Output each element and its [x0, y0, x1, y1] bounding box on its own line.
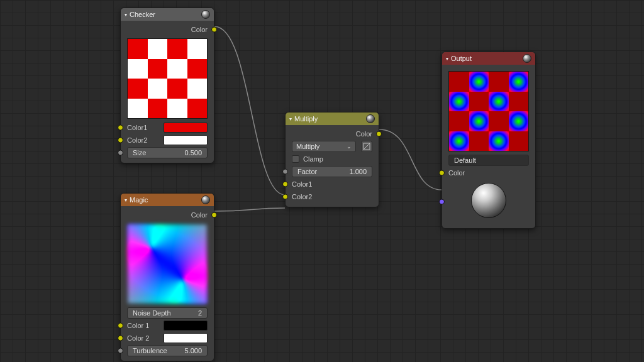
- socket-color-output[interactable]: [211, 27, 217, 33]
- color1-label: Color1: [292, 180, 312, 188]
- node-magic[interactable]: ▾ Magic Color Noise Depth 2 Color 1 Colo…: [120, 193, 214, 361]
- socket-color2-input[interactable]: [118, 138, 123, 143]
- node-header[interactable]: ▾ Magic: [121, 194, 214, 206]
- mode-label: Default: [454, 156, 476, 164]
- blend-mode-row: Multiply ⌄: [286, 140, 379, 153]
- color1-swatch[interactable]: [164, 123, 208, 133]
- material-sphere-preview: [471, 183, 506, 218]
- color-label: Color: [448, 169, 465, 177]
- output-socket-row: Color: [286, 128, 379, 140]
- size-label: Size: [133, 149, 146, 156]
- blend-mode-value: Multiply: [296, 143, 319, 150]
- node-preview: [121, 36, 214, 121]
- socket-color-output[interactable]: [211, 212, 217, 218]
- turbulence-field[interactable]: Turbulence 5.000: [127, 345, 208, 356]
- preview-toggle-icon[interactable]: [366, 114, 375, 123]
- color-input-row: Color: [442, 167, 535, 179]
- factor-row: Factor 1.000: [286, 165, 379, 178]
- output-label: Color: [191, 26, 208, 33]
- color1-label: Color1: [127, 124, 147, 131]
- color1-label: Color 1: [127, 322, 149, 329]
- color2-swatch[interactable]: [164, 135, 208, 145]
- output-preview: [448, 71, 529, 151]
- socket-color2-input[interactable]: [282, 194, 288, 200]
- output-label: Color: [356, 130, 372, 138]
- node-output[interactable]: ▾ Output Default Color: [441, 52, 536, 229]
- node-title: Checker: [130, 11, 155, 18]
- socket-color-output[interactable]: [376, 131, 382, 137]
- collapse-icon[interactable]: ▾: [125, 12, 127, 18]
- output-mode-field[interactable]: Default: [448, 155, 529, 166]
- socket-factor-input[interactable]: [282, 169, 288, 175]
- noise-depth-value: 2: [198, 309, 202, 317]
- factor-field[interactable]: Factor 1.000: [292, 166, 372, 177]
- node-multiply[interactable]: ▾ Multiply Color Multiply ⌄ Clamp Factor: [285, 112, 379, 207]
- node-header[interactable]: ▾ Output: [442, 52, 535, 65]
- noise-depth-field[interactable]: Noise Depth 2: [127, 307, 208, 319]
- size-row: Size 0.500: [121, 146, 214, 159]
- clamp-checkbox[interactable]: [292, 155, 299, 163]
- size-field[interactable]: Size 0.500: [127, 147, 208, 158]
- collapse-icon[interactable]: ▾: [446, 56, 448, 62]
- sphere-preview-row: [442, 179, 535, 224]
- color1-swatch[interactable]: [164, 321, 208, 331]
- color1-row: Color 1: [121, 319, 214, 332]
- socket-turbulence-input[interactable]: [118, 348, 123, 354]
- turbulence-row: Turbulence 5.000: [121, 344, 214, 357]
- clamp-row: Clamp: [286, 153, 379, 165]
- node-title: Magic: [130, 196, 148, 204]
- size-value: 0.500: [184, 149, 202, 156]
- turbulence-label: Turbulence: [133, 347, 167, 354]
- svg-line-1: [364, 143, 370, 150]
- turbulence-value: 5.000: [184, 347, 202, 354]
- color1-row: Color1: [121, 121, 214, 134]
- preview-toggle-icon[interactable]: [523, 54, 531, 63]
- color2-label: Color2: [127, 136, 147, 144]
- node-preview: [121, 221, 214, 307]
- socket-color1-input[interactable]: [282, 182, 288, 187]
- magic-preview: [127, 224, 208, 304]
- noise-depth-row: Noise Depth 2: [121, 307, 214, 319]
- output-label: Color: [191, 211, 208, 219]
- mode-row: Default: [442, 154, 535, 167]
- color2-row: Color 2: [121, 332, 214, 344]
- chevron-down-icon: ⌄: [347, 143, 352, 150]
- color2-swatch[interactable]: [164, 333, 208, 343]
- collapse-icon[interactable]: ▾: [289, 116, 292, 122]
- color2-row: Color2: [286, 190, 379, 203]
- node-checker[interactable]: ▾ Checker Color Color1 Color: [120, 8, 214, 163]
- output-socket-row: Color: [121, 209, 214, 221]
- socket-normal-input[interactable]: [439, 199, 445, 205]
- checker-preview: [127, 38, 208, 119]
- blend-mode-dropdown[interactable]: Multiply ⌄: [292, 141, 356, 152]
- factor-label: Factor: [297, 168, 317, 175]
- socket-color2-input[interactable]: [118, 336, 123, 341]
- clamp-label: Clamp: [303, 155, 323, 163]
- color2-label: Color 2: [127, 334, 149, 342]
- node-header[interactable]: ▾ Checker: [121, 8, 214, 21]
- color2-label: Color2: [292, 193, 312, 200]
- socket-color-input[interactable]: [439, 170, 445, 176]
- output-socket-row: Color: [121, 23, 214, 36]
- color-ramp-icon[interactable]: [361, 141, 372, 152]
- socket-color1-input[interactable]: [118, 125, 123, 131]
- socket-color1-input[interactable]: [118, 323, 123, 329]
- factor-value: 1.000: [349, 168, 367, 175]
- color1-row: Color1: [286, 178, 379, 190]
- collapse-icon[interactable]: ▾: [125, 197, 127, 203]
- node-title: Multiply: [294, 115, 318, 123]
- preview-toggle-icon[interactable]: [201, 195, 210, 204]
- color2-row: Color2: [121, 134, 214, 146]
- noise-depth-label: Noise Depth: [133, 309, 171, 317]
- node-header[interactable]: ▾ Multiply: [286, 112, 379, 125]
- preview-toggle-icon[interactable]: [201, 10, 210, 19]
- socket-size-input[interactable]: [118, 150, 123, 156]
- node-preview: [442, 67, 535, 154]
- node-title: Output: [451, 55, 472, 62]
